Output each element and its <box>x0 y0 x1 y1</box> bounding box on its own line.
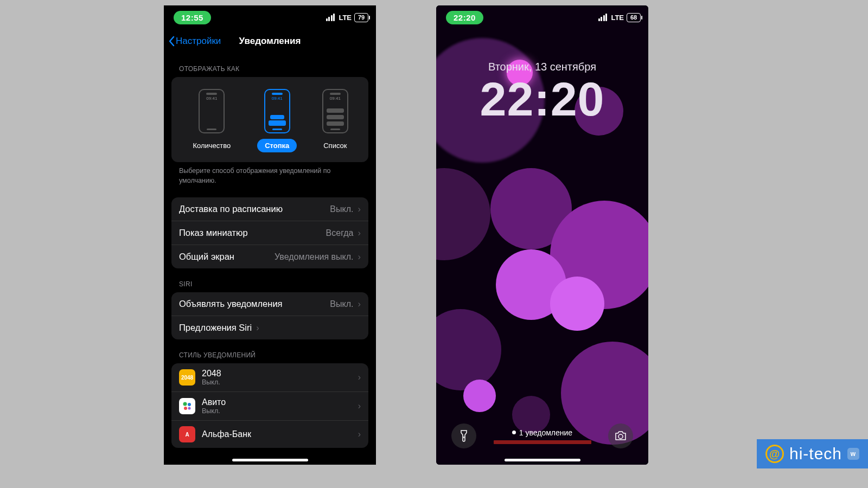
flashlight-icon <box>458 429 469 442</box>
flashlight-button[interactable] <box>451 423 476 448</box>
phone-settings: 12:55 LTE 79 Настройки Уведомления ОТОБР… <box>164 5 376 465</box>
section-header-siri: SIRI <box>179 280 368 288</box>
section-header-display: ОТОБРАЖАТЬ КАК <box>179 65 368 73</box>
section-header-style: СТИЛЬ УВЕДОМЛЕНИЙ <box>179 351 368 359</box>
row-announce[interactable]: Объявлять уведомления Выкл. › <box>171 292 368 316</box>
camera-button[interactable] <box>608 423 633 448</box>
row-label: Общий экран <box>179 252 234 262</box>
row-shared-screen[interactable]: Общий экран Уведомления выкл. › <box>171 245 368 268</box>
app-row-2048[interactable]: 2048 2048 Выкл. › <box>171 363 368 391</box>
row-value: Выкл. <box>330 299 353 309</box>
row-value: Уведомления выкл. <box>275 252 353 262</box>
notif-text: 1 уведомление <box>519 428 572 437</box>
app-icon: 2048 <box>179 369 195 386</box>
nav-bar: Настройки Уведомления <box>164 29 376 53</box>
stack-preview-icon: 09:41 <box>264 89 290 133</box>
list-preview-icon: 09:41 <box>322 89 348 133</box>
app-sub: Выкл. <box>202 407 226 415</box>
settings-group-siri: Объявлять уведомления Выкл. › Предложени… <box>171 292 368 339</box>
chevron-right-icon: › <box>358 228 361 238</box>
count-preview-icon: 09:41 <box>199 89 225 133</box>
signal-icon <box>598 14 608 21</box>
home-indicator[interactable] <box>505 459 580 461</box>
lock-date: Вторник, 13 сентября <box>436 61 648 73</box>
count-label: Количество <box>185 139 238 152</box>
row-label: Показ миниатюр <box>179 228 248 238</box>
svg-point-0 <box>183 402 187 406</box>
display-option-stack[interactable]: 09:41 Стопка <box>257 89 297 152</box>
status-bar: 12:55 LTE 79 <box>164 5 376 29</box>
page-title: Уведомления <box>239 36 301 47</box>
row-siri-suggestions[interactable]: Предложения Siri › <box>171 316 368 339</box>
row-label: Доставка по расписанию <box>179 204 283 214</box>
status-right: LTE 68 <box>598 13 641 22</box>
settings-group-1: Доставка по расписанию Выкл. › Показ мин… <box>171 197 368 268</box>
row-scheduled-delivery[interactable]: Доставка по расписанию Выкл. › <box>171 197 368 221</box>
dot-icon <box>512 431 516 434</box>
status-time-pill: 22:20 <box>446 11 483 24</box>
vk-icon: w <box>847 448 859 460</box>
display-as-card: 09:41 Количество 09:41 Стопка <box>171 77 368 162</box>
svg-point-5 <box>618 434 623 439</box>
chevron-right-icon: › <box>358 299 361 309</box>
app-list: 2048 2048 Выкл. › Авито Выкл. › A <box>171 363 368 448</box>
lock-time: 22:20 <box>436 75 648 123</box>
row-label: Предложения Siri <box>179 323 252 333</box>
row-value: Всегда <box>326 228 354 238</box>
svg-point-3 <box>188 407 191 410</box>
app-name: Авито <box>202 397 226 407</box>
lock-bottom-controls: 1 уведомление <box>436 423 648 448</box>
app-row-alfabank[interactable]: A Альфа-Банк › <box>171 420 368 448</box>
network-label: LTE <box>339 14 352 22</box>
status-right: LTE 79 <box>326 13 368 22</box>
display-option-list[interactable]: 09:41 Список <box>316 89 354 152</box>
status-time-pill: 12:55 <box>174 11 211 24</box>
chevron-right-icon: › <box>358 429 361 439</box>
chevron-right-icon: › <box>358 373 361 382</box>
content: ОТОБРАЖАТЬ КАК 09:41 Количество 09:41 <box>164 53 376 465</box>
stack-label: Стопка <box>257 139 297 152</box>
camera-icon <box>614 431 627 441</box>
chevron-right-icon: › <box>256 323 259 333</box>
app-name: Альфа-Банк <box>202 429 251 439</box>
svg-point-2 <box>184 407 187 410</box>
back-button[interactable]: Настройки <box>168 36 221 47</box>
app-sub: Выкл. <box>202 378 221 386</box>
chevron-right-icon: › <box>358 204 361 214</box>
svg-point-1 <box>188 403 191 406</box>
home-indicator[interactable] <box>232 459 308 461</box>
highlight-underline <box>494 440 591 444</box>
list-label: Список <box>316 139 354 152</box>
signal-icon <box>326 14 335 21</box>
phone-lockscreen: 22:20 LTE 68 Вторник, 13 сентября 22:20 … <box>436 5 648 465</box>
chevron-right-icon: › <box>358 252 361 262</box>
display-as-caption: Выберите способ отображения уведомлений … <box>179 166 361 185</box>
battery-icon: 68 <box>627 13 641 22</box>
app-row-avito[interactable]: Авито Выкл. › <box>171 391 368 420</box>
display-option-count[interactable]: 09:41 Количество <box>185 89 238 152</box>
app-name: 2048 <box>202 369 221 378</box>
chevron-right-icon: › <box>358 401 361 411</box>
network-label: LTE <box>611 14 624 22</box>
notification-indicator[interactable]: 1 уведомление <box>494 428 591 444</box>
chevron-left-icon <box>168 36 175 47</box>
app-icon: A <box>179 426 195 442</box>
status-bar: 22:20 LTE 68 <box>436 5 648 29</box>
battery-icon: 79 <box>354 13 368 22</box>
row-label: Объявлять уведомления <box>179 299 283 309</box>
row-value: Выкл. <box>330 204 353 214</box>
back-label: Настройки <box>176 36 221 47</box>
app-icon <box>179 398 195 414</box>
watermark: @ hi-tech w <box>757 439 868 468</box>
lock-content: Вторник, 13 сентября 22:20 <box>436 29 648 123</box>
at-icon: @ <box>765 445 784 463</box>
row-show-previews[interactable]: Показ миниатюр Всегда › <box>171 221 368 245</box>
watermark-text: hi-tech <box>789 445 842 463</box>
